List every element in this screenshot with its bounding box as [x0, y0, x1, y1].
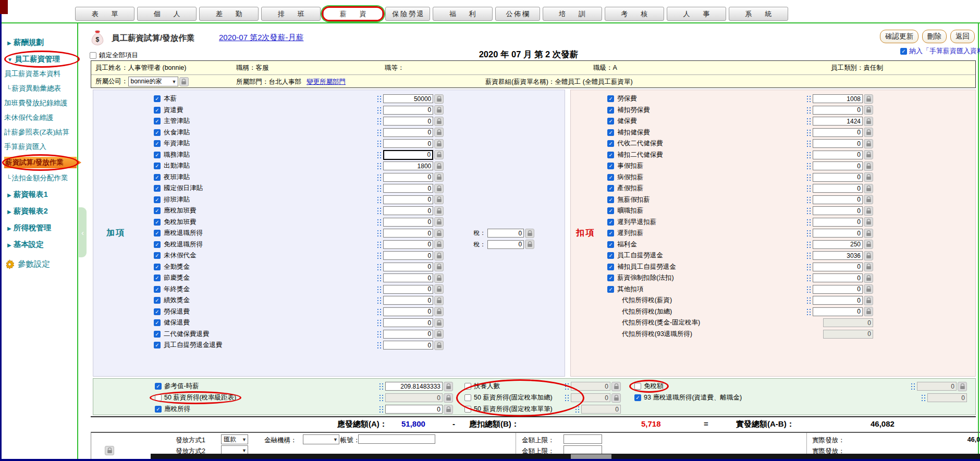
drag-handle-icon[interactable]: [377, 342, 382, 348]
drag-handle-icon[interactable]: [806, 129, 811, 136]
drag-handle-icon[interactable]: [806, 107, 811, 114]
sidebar-item-員工薪資管理[interactable]: ▼員工薪資管理: [7, 54, 77, 64]
drag-handle-icon[interactable]: [379, 383, 384, 390]
checkbox[interactable]: ✓: [154, 241, 161, 248]
drag-handle-icon[interactable]: [377, 264, 382, 270]
checkbox[interactable]: ✓: [607, 230, 614, 236]
payment-method-1-select[interactable]: 匯款▼: [221, 434, 248, 444]
drag-handle-icon[interactable]: [377, 196, 382, 203]
amount-input[interactable]: [383, 341, 433, 350]
checkbox[interactable]: [464, 383, 471, 390]
back-button[interactable]: 返回: [950, 30, 975, 43]
lock-icon[interactable]: [864, 229, 873, 238]
drag-handle-icon[interactable]: [377, 118, 382, 124]
checkbox[interactable]: ✓: [154, 107, 161, 114]
amount-input[interactable]: [383, 139, 433, 148]
drag-handle-icon[interactable]: [575, 406, 580, 413]
checkbox[interactable]: ✓: [154, 174, 161, 181]
checkbox[interactable]: ✓: [154, 252, 161, 259]
checkbox[interactable]: ✓: [154, 219, 161, 226]
checkbox[interactable]: ✓: [154, 163, 161, 169]
lock-icon[interactable]: [434, 128, 444, 137]
checkbox[interactable]: ✓: [607, 152, 614, 158]
amount-input[interactable]: [813, 94, 863, 103]
drag-handle-icon[interactable]: [377, 230, 382, 236]
lock-icon[interactable]: [525, 229, 534, 238]
amount-input[interactable]: [383, 128, 433, 137]
drag-handle-icon[interactable]: [377, 252, 382, 259]
amount-input[interactable]: [813, 151, 863, 159]
drag-handle-icon[interactable]: [806, 185, 811, 192]
lock-icon[interactable]: [434, 296, 444, 305]
company-select[interactable]: bonnie的家▼: [128, 77, 178, 86]
checkbox[interactable]: [464, 394, 471, 401]
amount-input[interactable]: [383, 161, 433, 170]
checkbox[interactable]: ✓: [607, 140, 614, 147]
checkbox[interactable]: ✓: [607, 252, 614, 259]
drag-handle-icon[interactable]: [806, 174, 811, 181]
amount-input[interactable]: [383, 240, 433, 249]
checkbox[interactable]: [464, 406, 471, 413]
drag-handle-icon[interactable]: [377, 152, 382, 158]
amount-input[interactable]: [813, 128, 863, 137]
sidebar-item-薪資報表1[interactable]: ▶薪資報表1: [7, 190, 77, 200]
lock-icon[interactable]: [611, 393, 621, 403]
tab-系統[interactable]: 系統: [729, 7, 788, 21]
drag-handle-icon[interactable]: [806, 95, 811, 102]
amount-input[interactable]: [383, 229, 433, 238]
account-input[interactable]: [358, 434, 435, 444]
amount-input[interactable]: [385, 382, 443, 391]
lock-icon[interactable]: [434, 117, 444, 126]
lock-icon[interactable]: [525, 240, 534, 249]
sidebar-item-所得稅管理[interactable]: ▶所得稅管理: [7, 223, 77, 233]
amount-input[interactable]: [383, 296, 433, 305]
amount-input[interactable]: [813, 173, 863, 182]
checkbox[interactable]: ✓: [607, 286, 614, 293]
drag-handle-icon[interactable]: [806, 230, 811, 236]
drag-handle-icon[interactable]: [806, 207, 811, 214]
amount-input[interactable]: [823, 330, 873, 339]
sidebar-item-薪資異動彙總表[interactable]: └薪資異動彙總表: [4, 84, 77, 93]
checkbox[interactable]: ✓: [154, 264, 161, 270]
amount-input[interactable]: [383, 330, 433, 339]
checkbox[interactable]: ✓: [154, 319, 161, 326]
lock-icon[interactable]: [864, 128, 873, 137]
amount-input[interactable]: [823, 318, 873, 327]
tab-考核[interactable]: 考核: [605, 7, 664, 21]
drag-handle-icon[interactable]: [806, 308, 811, 315]
drag-handle-icon[interactable]: [377, 275, 382, 281]
drag-handle-icon[interactable]: [377, 331, 382, 338]
drag-handle-icon[interactable]: [806, 152, 811, 158]
lock-icon[interactable]: [434, 217, 444, 227]
lock-icon[interactable]: [864, 150, 873, 159]
checkbox[interactable]: ✓: [154, 129, 161, 136]
lock-icon[interactable]: [864, 251, 873, 260]
lock-icon[interactable]: [444, 405, 453, 414]
sidebar-item-加班費發放紀錄維護[interactable]: 加班費發放紀錄維護: [4, 98, 77, 108]
checkbox[interactable]: ✓: [607, 264, 614, 270]
drag-handle-icon[interactable]: [806, 286, 811, 293]
checkbox[interactable]: ✓: [154, 297, 161, 304]
drag-handle-icon[interactable]: [377, 297, 382, 304]
amount-input[interactable]: [571, 393, 610, 402]
lock-icon[interactable]: [179, 77, 189, 86]
drag-handle-icon[interactable]: [377, 185, 382, 192]
tab-公佈欄[interactable]: 公佈欄: [495, 7, 540, 21]
checkbox[interactable]: ✓: [154, 308, 161, 315]
amount-input[interactable]: [383, 117, 433, 126]
delete-button[interactable]: 刪除: [922, 30, 947, 43]
drag-handle-icon[interactable]: [377, 219, 382, 226]
checkbox[interactable]: ✓: [154, 152, 161, 158]
drag-handle-icon[interactable]: [806, 264, 811, 270]
amount-input[interactable]: [813, 273, 863, 282]
amount-input[interactable]: [813, 251, 863, 260]
amount-input[interactable]: [917, 382, 957, 391]
amount-input[interactable]: [813, 229, 863, 238]
amount-input[interactable]: [383, 218, 433, 227]
lock-icon[interactable]: [434, 329, 444, 339]
lock-icon[interactable]: [864, 262, 873, 271]
checkbox[interactable]: ✓: [607, 207, 614, 214]
drag-handle-icon[interactable]: [377, 241, 382, 248]
lock-icon[interactable]: [434, 184, 444, 193]
drag-handle-icon[interactable]: [921, 394, 926, 401]
